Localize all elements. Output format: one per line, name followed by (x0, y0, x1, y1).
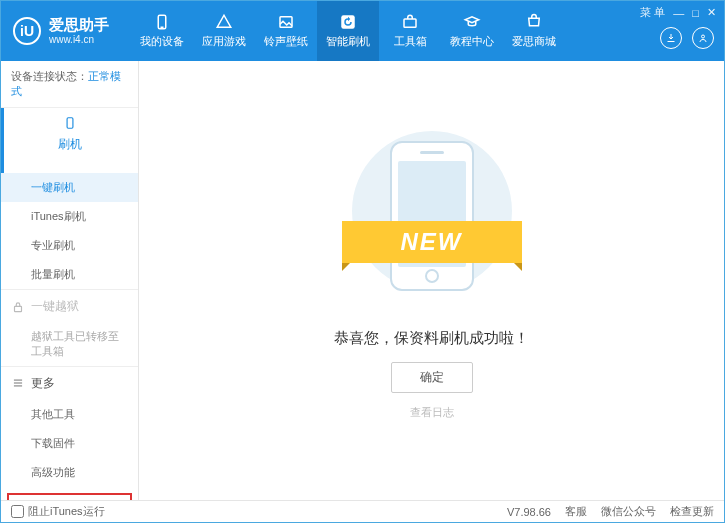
nav-ringtones[interactable]: 铃声壁纸 (255, 1, 317, 61)
phone-icon (153, 13, 171, 31)
sidebar-item-oneclick-flash[interactable]: 一键刷机 (1, 173, 138, 202)
sidebar-item-other-tools[interactable]: 其他工具 (1, 400, 138, 429)
section-label: 更多 (31, 375, 55, 392)
sidebar-item-pro-flash[interactable]: 专业刷机 (1, 231, 138, 260)
nav-label: 铃声壁纸 (264, 34, 308, 49)
connection-status: 设备连接状态：正常模式 (1, 61, 138, 107)
checkbox-label: 阻止iTunes运行 (28, 504, 105, 519)
sidebar-item-batch-flash[interactable]: 批量刷机 (1, 260, 138, 289)
apps-icon (215, 13, 233, 31)
success-message: 恭喜您，保资料刷机成功啦！ (334, 329, 529, 348)
nav-flash[interactable]: 智能刷机 (317, 1, 379, 61)
section-label: 刷机 (58, 136, 82, 153)
nav-label: 应用游戏 (202, 34, 246, 49)
nav-label: 我的设备 (140, 34, 184, 49)
sidebar-section-flash[interactable]: 刷机 (1, 108, 138, 173)
wechat-link[interactable]: 微信公众号 (601, 504, 656, 519)
refresh-icon (339, 13, 357, 31)
logo-area: iU 爱思助手 www.i4.cn (1, 16, 121, 46)
ok-button[interactable]: 确定 (391, 362, 473, 393)
main-content: NEW 恭喜您，保资料刷机成功啦！ 确定 查看日志 (139, 61, 724, 500)
header-actions (660, 27, 714, 49)
nav-store[interactable]: 爱思商城 (503, 1, 565, 61)
nav-apps[interactable]: 应用游戏 (193, 1, 255, 61)
checkbox-block-itunes[interactable]: 阻止iTunes运行 (11, 504, 105, 519)
section-label: 一键越狱 (31, 298, 79, 315)
conn-label: 设备连接状态： (11, 70, 88, 82)
block-itunes-input[interactable] (11, 505, 24, 518)
sidebar-section-more[interactable]: 更多 (1, 367, 138, 400)
lock-icon (11, 300, 25, 314)
view-log-link[interactable]: 查看日志 (410, 405, 454, 420)
menu-button[interactable]: 菜 单 (640, 5, 665, 20)
toolbox-icon (401, 13, 419, 31)
svg-rect-4 (404, 19, 416, 27)
maximize-button[interactable]: □ (692, 7, 699, 19)
top-nav: 我的设备 应用游戏 铃声壁纸 智能刷机 工具箱 教程中心 爱思商城 (131, 1, 565, 61)
sidebar-item-itunes-flash[interactable]: iTunes刷机 (1, 202, 138, 231)
sidebar: 设备连接状态：正常模式 刷机 一键刷机 iTunes刷机 专业刷机 批量刷机 一… (1, 61, 139, 500)
nav-toolbox[interactable]: 工具箱 (379, 1, 441, 61)
list-icon (11, 376, 25, 390)
version-label: V7.98.66 (507, 506, 551, 518)
window-controls: 菜 单 — □ ✕ (640, 5, 716, 20)
user-button[interactable] (692, 27, 714, 49)
nav-tutorials[interactable]: 教程中心 (441, 1, 503, 61)
nav-label: 爱思商城 (512, 34, 556, 49)
download-icon (665, 32, 677, 44)
sidebar-section-jailbreak[interactable]: 一键越狱 (1, 290, 138, 323)
success-illustration: NEW (352, 121, 512, 311)
svg-rect-7 (15, 306, 22, 311)
wallpaper-icon (277, 13, 295, 31)
jailbreak-note: 越狱工具已转移至工具箱 (1, 323, 138, 366)
nav-label: 工具箱 (394, 34, 427, 49)
download-button[interactable] (660, 27, 682, 49)
app-header: iU 爱思助手 www.i4.cn 我的设备 应用游戏 铃声壁纸 智能刷机 工具… (1, 1, 724, 61)
cart-icon (525, 13, 543, 31)
support-link[interactable]: 客服 (565, 504, 587, 519)
user-icon (697, 32, 709, 44)
nav-my-device[interactable]: 我的设备 (131, 1, 193, 61)
sidebar-item-advanced[interactable]: 高级功能 (1, 458, 138, 487)
svg-point-5 (702, 35, 705, 38)
app-url: www.i4.cn (49, 34, 109, 46)
sidebar-item-download-fw[interactable]: 下载固件 (1, 429, 138, 458)
status-bar: 阻止iTunes运行 V7.98.66 客服 微信公众号 检查更新 (1, 500, 724, 522)
app-title: 爱思助手 (49, 16, 109, 34)
nav-label: 教程中心 (450, 34, 494, 49)
svg-rect-6 (67, 118, 73, 129)
close-button[interactable]: ✕ (707, 6, 716, 19)
phone-outline-icon (63, 116, 77, 130)
graduation-icon (463, 13, 481, 31)
options-highlight-box: 自动激活 跳过向导 (7, 493, 132, 500)
minimize-button[interactable]: — (673, 7, 684, 19)
check-update-link[interactable]: 检查更新 (670, 504, 714, 519)
new-ribbon: NEW (342, 221, 522, 263)
nav-label: 智能刷机 (326, 34, 370, 49)
logo-icon: iU (13, 17, 41, 45)
